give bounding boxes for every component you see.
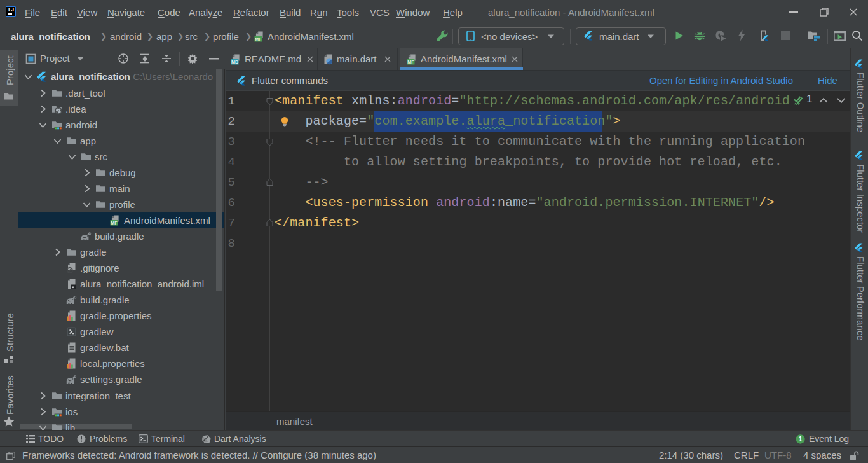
svg-text:1: 1: [799, 436, 803, 443]
